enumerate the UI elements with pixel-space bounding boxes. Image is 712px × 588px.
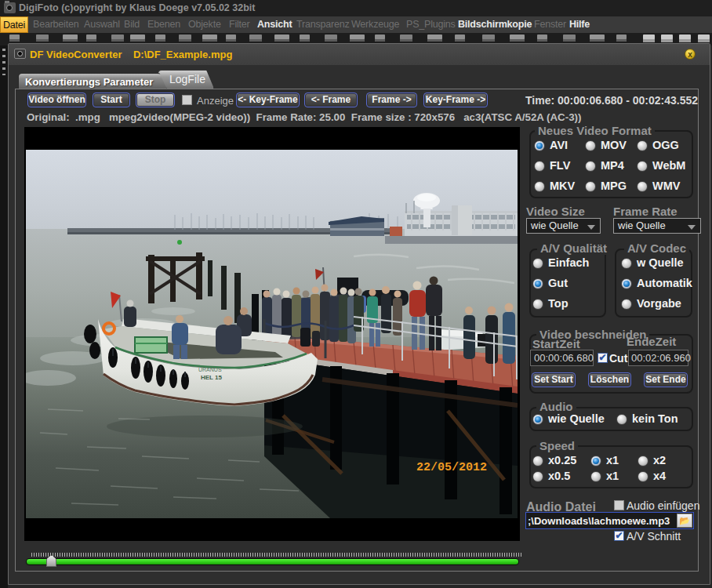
svg-text:HEL 15: HEL 15 <box>201 374 223 381</box>
svg-text:22/05/2012: 22/05/2012 <box>416 461 487 474</box>
svg-text:URANUS: URANUS <box>198 367 222 372</box>
